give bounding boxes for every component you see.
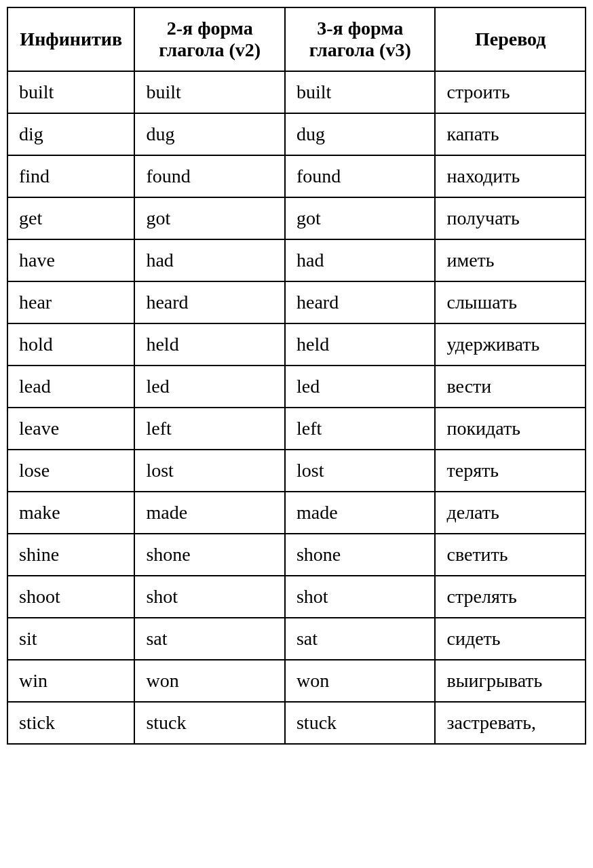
cell-r8-c3: покидать [435, 408, 586, 450]
table-row: builtbuiltbuiltстроить [7, 71, 586, 113]
cell-r5-c1: heard [134, 281, 285, 323]
cell-r12-c2: shot [285, 576, 436, 618]
cell-r7-c0: lead [7, 366, 134, 408]
table-row: shineshoneshoneсветить [7, 534, 586, 576]
table-row: loselostlostтерять [7, 450, 586, 492]
cell-r7-c2: led [285, 366, 436, 408]
cell-r15-c2: stuck [285, 702, 436, 744]
cell-r2-c2: found [285, 155, 436, 197]
cell-r11-c3: светить [435, 534, 586, 576]
cell-r12-c3: стрелять [435, 576, 586, 618]
cell-r2-c3: находить [435, 155, 586, 197]
cell-r13-c0: sit [7, 618, 134, 660]
table-row: stickstuckstuckзастревать, [7, 702, 586, 744]
cell-r13-c2: sat [285, 618, 436, 660]
cell-r3-c3: получать [435, 197, 586, 239]
cell-r12-c0: shoot [7, 576, 134, 618]
cell-r7-c1: led [134, 366, 285, 408]
cell-r2-c0: find [7, 155, 134, 197]
cell-r11-c2: shone [285, 534, 436, 576]
cell-r0-c2: built [285, 71, 436, 113]
cell-r12-c1: shot [134, 576, 285, 618]
table-row: havehadhadиметь [7, 239, 586, 281]
cell-r10-c0: make [7, 492, 134, 534]
cell-r9-c3: терять [435, 450, 586, 492]
cell-r6-c2: held [285, 323, 436, 366]
cell-r11-c0: shine [7, 534, 134, 576]
table-row: makemademadeделать [7, 492, 586, 534]
table-row: findfoundfoundнаходить [7, 155, 586, 197]
cell-r6-c0: hold [7, 323, 134, 366]
cell-r4-c0: have [7, 239, 134, 281]
cell-r13-c3: сидеть [435, 618, 586, 660]
cell-r15-c0: stick [7, 702, 134, 744]
cell-r3-c1: got [134, 197, 285, 239]
cell-r4-c3: иметь [435, 239, 586, 281]
cell-r9-c0: lose [7, 450, 134, 492]
cell-r15-c3: застревать, [435, 702, 586, 744]
cell-r4-c1: had [134, 239, 285, 281]
cell-r9-c2: lost [285, 450, 436, 492]
table-row: hearheardheardслышать [7, 281, 586, 323]
cell-r11-c1: shone [134, 534, 285, 576]
cell-r1-c2: dug [285, 113, 436, 155]
cell-r8-c1: left [134, 408, 285, 450]
table-body: builtbuiltbuiltстроитьdigdugdugкапатьfin… [7, 71, 586, 744]
cell-r14-c0: win [7, 660, 134, 702]
cell-r1-c0: dig [7, 113, 134, 155]
cell-r14-c3: выигрывать [435, 660, 586, 702]
table-row: holdheldheldудерживать [7, 323, 586, 366]
cell-r10-c3: делать [435, 492, 586, 534]
col-header-infinitive: Инфинитив [7, 7, 134, 71]
cell-r4-c2: had [285, 239, 436, 281]
table-row: leaveleftleftпокидать [7, 408, 586, 450]
cell-r9-c1: lost [134, 450, 285, 492]
table-row: digdugdugкапать [7, 113, 586, 155]
cell-r14-c2: won [285, 660, 436, 702]
verb-table-container: Инфинитив 2-я форма глагола (v2) 3-я фор… [7, 7, 586, 745]
table-row: getgotgotполучать [7, 197, 586, 239]
cell-r2-c1: found [134, 155, 285, 197]
table-row: sitsatsatсидеть [7, 618, 586, 660]
cell-r3-c2: got [285, 197, 436, 239]
cell-r5-c3: слышать [435, 281, 586, 323]
cell-r8-c0: leave [7, 408, 134, 450]
cell-r8-c2: left [285, 408, 436, 450]
cell-r0-c0: built [7, 71, 134, 113]
cell-r10-c2: made [285, 492, 436, 534]
cell-r5-c0: hear [7, 281, 134, 323]
cell-r1-c1: dug [134, 113, 285, 155]
col-header-translation: Перевод [435, 7, 586, 71]
cell-r14-c1: won [134, 660, 285, 702]
table-row: winwonwonвыигрывать [7, 660, 586, 702]
cell-r7-c3: вести [435, 366, 586, 408]
cell-r5-c2: heard [285, 281, 436, 323]
table-header: Инфинитив 2-я форма глагола (v2) 3-я фор… [7, 7, 586, 71]
col-header-v3: 3-я форма глагола (v3) [285, 7, 436, 71]
cell-r6-c1: held [134, 323, 285, 366]
cell-r13-c1: sat [134, 618, 285, 660]
col-header-v2: 2-я форма глагола (v2) [134, 7, 285, 71]
cell-r0-c3: строить [435, 71, 586, 113]
cell-r6-c3: удерживать [435, 323, 586, 366]
cell-r3-c0: get [7, 197, 134, 239]
cell-r15-c1: stuck [134, 702, 285, 744]
table-row: leadledledвести [7, 366, 586, 408]
table-row: shootshotshotстрелять [7, 576, 586, 618]
cell-r10-c1: made [134, 492, 285, 534]
cell-r0-c1: built [134, 71, 285, 113]
cell-r1-c3: капать [435, 113, 586, 155]
irregular-verbs-table: Инфинитив 2-я форма глагола (v2) 3-я фор… [7, 7, 586, 745]
header-row: Инфинитив 2-я форма глагола (v2) 3-я фор… [7, 7, 586, 71]
